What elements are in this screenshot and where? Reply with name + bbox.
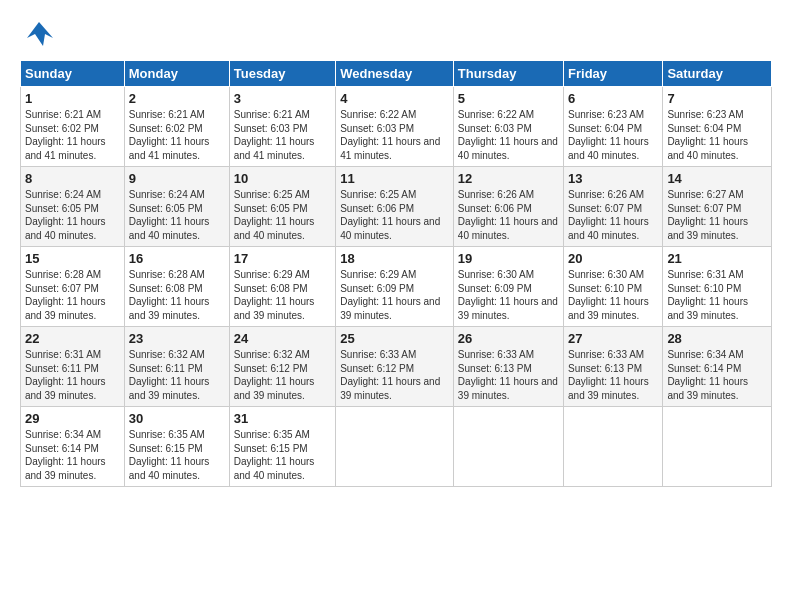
day-info: Sunrise: 6:27 AM Sunset: 6:07 PM Dayligh… — [667, 188, 767, 242]
calendar-cell: 18 Sunrise: 6:29 AM Sunset: 6:09 PM Dayl… — [336, 247, 454, 327]
day-number: 24 — [234, 331, 331, 346]
day-number: 1 — [25, 91, 120, 106]
calendar-cell: 20 Sunrise: 6:30 AM Sunset: 6:10 PM Dayl… — [564, 247, 663, 327]
calendar-week-row: 15 Sunrise: 6:28 AM Sunset: 6:07 PM Dayl… — [21, 247, 772, 327]
calendar-header-friday: Friday — [564, 61, 663, 87]
sunrise-label: Sunrise: 6:26 AM — [568, 189, 644, 200]
sunrise-label: Sunrise: 6:29 AM — [340, 269, 416, 280]
calendar-cell: 25 Sunrise: 6:33 AM Sunset: 6:12 PM Dayl… — [336, 327, 454, 407]
day-number: 21 — [667, 251, 767, 266]
sunset-label: Sunset: 6:15 PM — [129, 443, 203, 454]
calendar-cell: 10 Sunrise: 6:25 AM Sunset: 6:05 PM Dayl… — [229, 167, 335, 247]
sunrise-label: Sunrise: 6:35 AM — [129, 429, 205, 440]
calendar-cell: 16 Sunrise: 6:28 AM Sunset: 6:08 PM Dayl… — [124, 247, 229, 327]
calendar-header-tuesday: Tuesday — [229, 61, 335, 87]
daylight-label: Daylight: 11 hours and 40 minutes. — [234, 456, 315, 481]
calendar-header-thursday: Thursday — [453, 61, 563, 87]
sunset-label: Sunset: 6:06 PM — [458, 203, 532, 214]
sunrise-label: Sunrise: 6:24 AM — [25, 189, 101, 200]
sunrise-label: Sunrise: 6:23 AM — [667, 109, 743, 120]
day-number: 29 — [25, 411, 120, 426]
sunrise-label: Sunrise: 6:31 AM — [25, 349, 101, 360]
daylight-label: Daylight: 11 hours and 39 minutes. — [667, 216, 748, 241]
sunset-label: Sunset: 6:11 PM — [25, 363, 99, 374]
calendar-cell: 29 Sunrise: 6:34 AM Sunset: 6:14 PM Dayl… — [21, 407, 125, 487]
calendar-cell: 1 Sunrise: 6:21 AM Sunset: 6:02 PM Dayli… — [21, 87, 125, 167]
sunset-label: Sunset: 6:06 PM — [340, 203, 414, 214]
day-info: Sunrise: 6:33 AM Sunset: 6:13 PM Dayligh… — [568, 348, 658, 402]
daylight-label: Daylight: 11 hours and 39 minutes. — [25, 296, 106, 321]
sunset-label: Sunset: 6:04 PM — [568, 123, 642, 134]
calendar-cell: 14 Sunrise: 6:27 AM Sunset: 6:07 PM Dayl… — [663, 167, 772, 247]
day-info: Sunrise: 6:32 AM Sunset: 6:11 PM Dayligh… — [129, 348, 225, 402]
daylight-label: Daylight: 11 hours and 39 minutes. — [25, 376, 106, 401]
sunrise-label: Sunrise: 6:22 AM — [340, 109, 416, 120]
calendar-cell: 31 Sunrise: 6:35 AM Sunset: 6:15 PM Dayl… — [229, 407, 335, 487]
sunset-label: Sunset: 6:05 PM — [234, 203, 308, 214]
day-number: 6 — [568, 91, 658, 106]
day-number: 22 — [25, 331, 120, 346]
sunset-label: Sunset: 6:08 PM — [129, 283, 203, 294]
calendar-cell: 13 Sunrise: 6:26 AM Sunset: 6:07 PM Dayl… — [564, 167, 663, 247]
calendar-cell: 30 Sunrise: 6:35 AM Sunset: 6:15 PM Dayl… — [124, 407, 229, 487]
daylight-label: Daylight: 11 hours and 39 minutes. — [234, 296, 315, 321]
day-number: 26 — [458, 331, 559, 346]
sunset-label: Sunset: 6:12 PM — [340, 363, 414, 374]
calendar-cell: 8 Sunrise: 6:24 AM Sunset: 6:05 PM Dayli… — [21, 167, 125, 247]
day-info: Sunrise: 6:21 AM Sunset: 6:02 PM Dayligh… — [25, 108, 120, 162]
calendar-cell: 27 Sunrise: 6:33 AM Sunset: 6:13 PM Dayl… — [564, 327, 663, 407]
day-number: 30 — [129, 411, 225, 426]
sunset-label: Sunset: 6:09 PM — [340, 283, 414, 294]
daylight-label: Daylight: 11 hours and 40 minutes. — [25, 216, 106, 241]
sunrise-label: Sunrise: 6:33 AM — [568, 349, 644, 360]
daylight-label: Daylight: 11 hours and 41 minutes. — [234, 136, 315, 161]
sunset-label: Sunset: 6:10 PM — [568, 283, 642, 294]
sunrise-label: Sunrise: 6:35 AM — [234, 429, 310, 440]
day-number: 16 — [129, 251, 225, 266]
logo — [20, 18, 55, 50]
daylight-label: Daylight: 11 hours and 39 minutes. — [234, 376, 315, 401]
daylight-label: Daylight: 11 hours and 39 minutes. — [340, 376, 440, 401]
day-info: Sunrise: 6:23 AM Sunset: 6:04 PM Dayligh… — [667, 108, 767, 162]
sunset-label: Sunset: 6:14 PM — [667, 363, 741, 374]
svg-marker-0 — [27, 22, 53, 46]
calendar-table: SundayMondayTuesdayWednesdayThursdayFrid… — [20, 60, 772, 487]
sunset-label: Sunset: 6:07 PM — [568, 203, 642, 214]
sunrise-label: Sunrise: 6:23 AM — [568, 109, 644, 120]
day-number: 5 — [458, 91, 559, 106]
calendar-cell: 7 Sunrise: 6:23 AM Sunset: 6:04 PM Dayli… — [663, 87, 772, 167]
day-number: 9 — [129, 171, 225, 186]
sunset-label: Sunset: 6:13 PM — [458, 363, 532, 374]
daylight-label: Daylight: 11 hours and 41 minutes. — [129, 136, 210, 161]
day-info: Sunrise: 6:34 AM Sunset: 6:14 PM Dayligh… — [667, 348, 767, 402]
day-number: 20 — [568, 251, 658, 266]
calendar-cell: 17 Sunrise: 6:29 AM Sunset: 6:08 PM Dayl… — [229, 247, 335, 327]
sunrise-label: Sunrise: 6:30 AM — [568, 269, 644, 280]
day-info: Sunrise: 6:30 AM Sunset: 6:09 PM Dayligh… — [458, 268, 559, 322]
daylight-label: Daylight: 11 hours and 39 minutes. — [458, 296, 558, 321]
day-info: Sunrise: 6:23 AM Sunset: 6:04 PM Dayligh… — [568, 108, 658, 162]
day-number: 2 — [129, 91, 225, 106]
sunset-label: Sunset: 6:03 PM — [340, 123, 414, 134]
day-info: Sunrise: 6:33 AM Sunset: 6:13 PM Dayligh… — [458, 348, 559, 402]
day-info: Sunrise: 6:31 AM Sunset: 6:10 PM Dayligh… — [667, 268, 767, 322]
daylight-label: Daylight: 11 hours and 39 minutes. — [129, 376, 210, 401]
day-number: 25 — [340, 331, 449, 346]
daylight-label: Daylight: 11 hours and 39 minutes. — [129, 296, 210, 321]
calendar-week-row: 1 Sunrise: 6:21 AM Sunset: 6:02 PM Dayli… — [21, 87, 772, 167]
day-info: Sunrise: 6:31 AM Sunset: 6:11 PM Dayligh… — [25, 348, 120, 402]
day-info: Sunrise: 6:33 AM Sunset: 6:12 PM Dayligh… — [340, 348, 449, 402]
calendar-header-saturday: Saturday — [663, 61, 772, 87]
daylight-label: Daylight: 11 hours and 40 minutes. — [458, 216, 558, 241]
day-number: 18 — [340, 251, 449, 266]
sunrise-label: Sunrise: 6:32 AM — [129, 349, 205, 360]
day-info: Sunrise: 6:26 AM Sunset: 6:06 PM Dayligh… — [458, 188, 559, 242]
sunrise-label: Sunrise: 6:33 AM — [340, 349, 416, 360]
calendar-cell: 11 Sunrise: 6:25 AM Sunset: 6:06 PM Dayl… — [336, 167, 454, 247]
day-number: 7 — [667, 91, 767, 106]
sunset-label: Sunset: 6:11 PM — [129, 363, 203, 374]
sunrise-label: Sunrise: 6:27 AM — [667, 189, 743, 200]
sunset-label: Sunset: 6:03 PM — [458, 123, 532, 134]
calendar-header-wednesday: Wednesday — [336, 61, 454, 87]
daylight-label: Daylight: 11 hours and 40 minutes. — [234, 216, 315, 241]
